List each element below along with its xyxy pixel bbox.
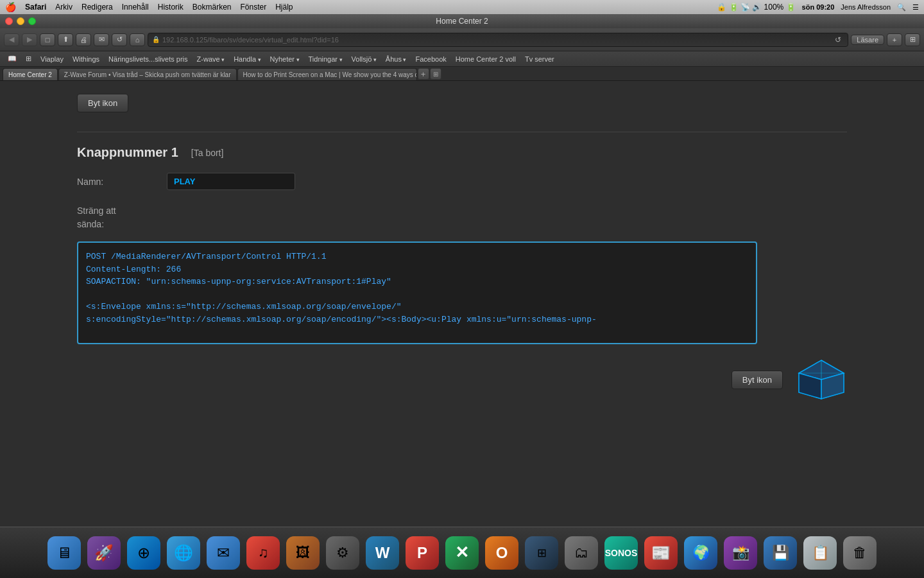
dock-itunes[interactable]: ♫: [245, 535, 281, 571]
dock-finder[interactable]: 🖥: [46, 535, 82, 571]
dock-trash[interactable]: 🗑: [842, 535, 878, 571]
dock-trash-app[interactable]: 🗂: [563, 535, 599, 571]
title-bar: Home Center 2: [0, 14, 924, 28]
sidebar-toggle-button[interactable]: □: [40, 33, 55, 46]
tab-grid-button[interactable]: ⊞: [430, 68, 441, 80]
forward-button[interactable]: ▶: [22, 33, 37, 46]
byt-ikon-top-button[interactable]: Byt ikon: [77, 94, 128, 112]
bookmarks-bar: 📖 ⊞ Viaplay Withings Näringslivets...sli…: [0, 51, 924, 67]
maximize-button[interactable]: [28, 17, 36, 25]
dock-powerpoint[interactable]: P: [404, 535, 440, 571]
dock-safari[interactable]: 🌐: [166, 535, 201, 571]
dock-openoffice[interactable]: O: [484, 535, 520, 571]
strang-label: Sträng att sända:: [77, 200, 154, 231]
minimize-button[interactable]: [17, 17, 24, 25]
knappnummer-section: Knappnummer 1 [Ta bort] Namn: Sträng att…: [77, 145, 847, 412]
mail-button[interactable]: ✉: [94, 33, 109, 46]
dock-notes[interactable]: 📋: [802, 535, 838, 571]
tab-homecenter[interactable]: Home Center 2: [3, 68, 58, 80]
bookmark-naringslivet[interactable]: Näringslivets...slivets pris: [105, 55, 191, 64]
divider: [77, 132, 847, 132]
grid-button[interactable]: ⊞: [905, 33, 920, 46]
refresh-button[interactable]: ↺: [112, 33, 127, 46]
bottom-section: Byt ikon: [77, 347, 847, 412]
menu-fonster[interactable]: Fönster: [241, 3, 267, 12]
bookmark-nyheter[interactable]: Nyheter: [266, 55, 304, 64]
apple-menu[interactable]: 🍎: [5, 2, 16, 12]
share-button[interactable]: ⬆: [58, 33, 73, 46]
menu-arkiv[interactable]: Arkiv: [55, 3, 73, 12]
dock-cross-app[interactable]: ✕: [444, 535, 480, 571]
bookmark-icon1[interactable]: 📖: [4, 54, 21, 64]
toolbar: ◀ ▶ □ ⬆ 🖨 ✉ ↺ ⌂ 🔒 192.168.0.125/fibaro/s…: [0, 28, 924, 51]
menubar-list-icon[interactable]: ☰: [912, 3, 919, 12]
dock-vmware[interactable]: ⊞: [524, 535, 560, 571]
byt-ikon-bottom-button[interactable]: Byt ikon: [732, 371, 783, 389]
ta-bort-link[interactable]: [Ta bort]: [191, 148, 224, 158]
browser-window: Home Center 2 ◀ ▶ □ ⬆ 🖨 ✉ ↺ ⌂ 🔒 192.168.…: [0, 14, 924, 578]
bookmark-ahus[interactable]: Åhus: [382, 55, 411, 64]
cube-3d-icon: [796, 357, 847, 402]
toolbar-right: + ⊞: [887, 33, 920, 46]
dock-sonos[interactable]: SONOS: [603, 535, 639, 571]
window-title: Home Center 2: [436, 17, 488, 26]
dock-mail[interactable]: ✉: [205, 535, 241, 571]
namn-row: Namn:: [77, 173, 847, 190]
reload-icon[interactable]: ↺: [832, 35, 844, 44]
dock-photos[interactable]: 🌍: [683, 535, 719, 571]
search-icon[interactable]: 🔍: [897, 3, 906, 12]
soap-textarea[interactable]: POST /MediaRenderer/AVTransport/Control …: [77, 241, 757, 344]
dock-reeder[interactable]: 📰: [643, 535, 679, 571]
address-text: 192.168.0.125/fibaro/sv/devices/virtual_…: [162, 36, 830, 44]
menu-bokmarken[interactable]: Bokmärken: [193, 3, 232, 12]
content-scroll-area[interactable]: Byt ikon Knappnummer 1 [Ta bort] Namn:: [0, 81, 924, 527]
namn-label: Namn:: [77, 173, 154, 187]
bookmark-viaplay[interactable]: Viaplay: [37, 55, 67, 64]
dock-word[interactable]: W: [364, 535, 400, 571]
menu-historik[interactable]: Historik: [158, 3, 184, 12]
textarea-container: POST /MediaRenderer/AVTransport/Control …: [77, 241, 847, 347]
bookmark-tidningar[interactable]: Tidningar: [305, 55, 346, 64]
ssl-icon: 🔒: [152, 36, 160, 43]
dock-finder2[interactable]: 💾: [762, 535, 798, 571]
close-button[interactable]: [5, 17, 13, 25]
bookmark-facebook[interactable]: Facebook: [411, 55, 450, 64]
menubar-user: Jens Alfredsson: [841, 3, 891, 11]
bookmark-withings[interactable]: Withings: [69, 55, 103, 64]
menubar-status-icons: 🔒 🔋 📡 🔊 100% 🔋: [717, 3, 795, 12]
bookmark-tvserver[interactable]: Tv server: [521, 55, 558, 64]
reader-button[interactable]: Läsare: [851, 35, 884, 45]
address-bar[interactable]: 🔒 192.168.0.125/fibaro/sv/devices/virtua…: [148, 33, 848, 47]
dock-preview[interactable]: 📸: [723, 535, 758, 571]
page-content: Byt ikon Knappnummer 1 [Ta bort] Namn:: [0, 81, 924, 578]
tabs-bar: Home Center 2 Z-Wave Forum • Visa tråd –…: [0, 67, 924, 81]
menu-redigera[interactable]: Redigera: [81, 3, 113, 12]
new-tab-button[interactable]: +: [418, 68, 429, 80]
page-body: Byt ikon Knappnummer 1 [Ta bort] Namn:: [0, 81, 924, 425]
bookmark-handla[interactable]: Handla: [230, 55, 264, 64]
dock-syspref[interactable]: ⚙: [325, 535, 361, 571]
tab-zwaveforum[interactable]: Z-Wave Forum • Visa tråd – Skicka push o…: [58, 68, 237, 80]
home-button[interactable]: ⌂: [130, 33, 145, 46]
menu-hjalp[interactable]: Hjälp: [275, 3, 293, 12]
byt-ikon-top-section: Byt ikon: [77, 94, 847, 112]
menu-safari[interactable]: Safari: [25, 3, 46, 12]
dock: 🖥 🚀 ⊕ 🌐 ✉ ♫ 🖼 ⚙ W P ✕ O ⊞ 🗂 SONOS 📰: [0, 527, 924, 578]
dock-iphoto[interactable]: 🖼: [285, 535, 321, 571]
tab-printscreen[interactable]: How to do Print Screen on a Mac | We sho…: [237, 68, 417, 80]
menu-innehall[interactable]: Innehåll: [122, 3, 149, 12]
dock-launchpad[interactable]: 🚀: [86, 535, 122, 571]
bookmark-icon2[interactable]: ⊞: [22, 54, 35, 64]
section-header: Knappnummer 1 [Ta bort]: [77, 145, 847, 160]
menubar: 🍎 Safari Arkiv Redigera Innehåll Histori…: [0, 0, 924, 14]
window-controls: [5, 17, 36, 25]
bookmark-zwave[interactable]: Z-wave: [193, 55, 229, 64]
print-button[interactable]: 🖨: [76, 33, 91, 46]
bookmark-vollsjo[interactable]: Vollsjö: [348, 55, 381, 64]
dock-appstore[interactable]: ⊕: [126, 535, 162, 571]
namn-input[interactable]: [167, 173, 295, 190]
bookmark-homecenter-voll[interactable]: Home Center 2 voll: [452, 55, 520, 64]
back-button[interactable]: ◀: [4, 33, 19, 46]
zoom-button[interactable]: +: [887, 33, 902, 46]
menubar-time: sön 09:20: [802, 3, 835, 11]
